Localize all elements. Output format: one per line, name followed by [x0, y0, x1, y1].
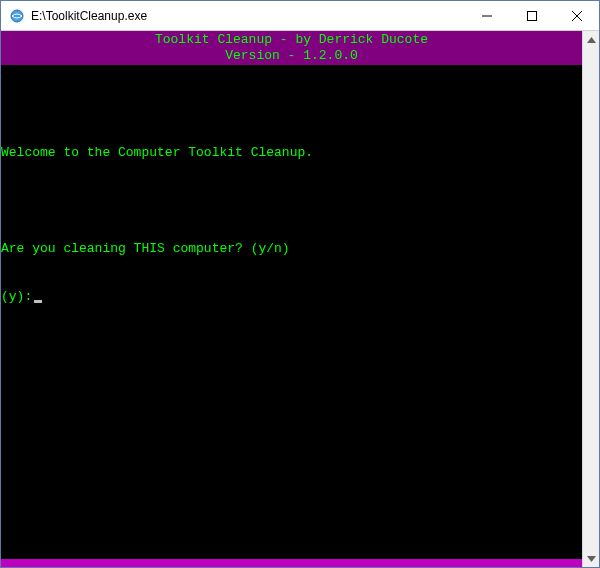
titlebar[interactable]: E:\ToolkitCleanup.exe: [1, 1, 599, 31]
scroll-up-button[interactable]: [583, 31, 599, 48]
bottom-bar: [1, 559, 582, 567]
terminal-body: Welcome to the Computer Toolkit Cleanup.…: [1, 65, 582, 559]
banner-title: Toolkit Cleanup - by Derrick Ducote: [1, 32, 582, 48]
minimize-button[interactable]: [464, 1, 509, 30]
blank-line: [1, 97, 582, 113]
window-title: E:\ToolkitCleanup.exe: [31, 1, 464, 31]
prompt-text: (y):: [1, 289, 32, 305]
close-button[interactable]: [554, 1, 599, 30]
cursor: [34, 300, 42, 303]
maximize-button[interactable]: [509, 1, 554, 30]
svg-rect-1: [527, 11, 536, 20]
scroll-track[interactable]: [583, 48, 599, 550]
scroll-down-button[interactable]: [583, 550, 599, 567]
app-window: E:\ToolkitCleanup.exe Toolkit Cleanup - …: [0, 0, 600, 568]
banner: Toolkit Cleanup - by Derrick Ducote Vers…: [1, 31, 582, 65]
blank-line: [1, 193, 582, 209]
question-line: Are you cleaning THIS computer? (y/n): [1, 241, 582, 257]
app-icon: [9, 8, 25, 24]
window-controls: [464, 1, 599, 30]
welcome-line: Welcome to the Computer Toolkit Cleanup.: [1, 145, 582, 161]
scrollbar-vertical[interactable]: [582, 31, 599, 567]
prompt-line: (y):: [1, 289, 582, 305]
terminal[interactable]: Toolkit Cleanup - by Derrick Ducote Vers…: [1, 31, 582, 567]
content-area: Toolkit Cleanup - by Derrick Ducote Vers…: [1, 31, 599, 567]
banner-version: Version - 1.2.0.0: [1, 48, 582, 64]
